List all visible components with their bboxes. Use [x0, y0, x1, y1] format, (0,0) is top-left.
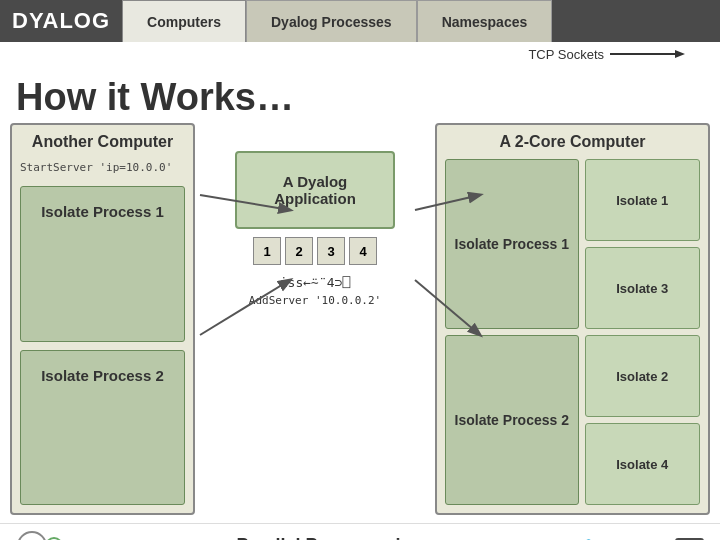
right-col-top: Isolate 1 Isolate 3 — [585, 159, 701, 329]
tab-dyalog-processes[interactable]: Dyalog Processes — [246, 0, 417, 42]
nav-tabs: Computers Dyalog Processes Namespaces — [122, 0, 720, 42]
header: DYALOG Computers Dyalog Processes Namesp… — [0, 0, 720, 42]
tab-computers[interactable]: Computers — [122, 0, 246, 42]
right-top-row: Isolate Process 1 Isolate 1 Isolate 3 — [445, 159, 700, 329]
right-process-2: Isolate Process 2 — [445, 335, 579, 505]
logo-area: DYALOG — [0, 0, 122, 42]
isolate-2: Isolate 2 — [585, 335, 701, 417]
twitter-icon: 🐦 — [583, 536, 603, 540]
isolate-4: Isolate 4 — [585, 423, 701, 505]
content-area: Another Computer StartServer 'ip=10.0.0'… — [0, 123, 720, 523]
left-panel-code: StartServer 'ip=10.0.0' — [20, 161, 185, 174]
dyalog-app-box: A Dyalog Application — [235, 151, 395, 229]
footer-right: 🐦 #dyalog14 APL — [583, 536, 704, 540]
num-4: 4 — [349, 237, 377, 265]
left-process-1: Isolate Process 1 — [20, 186, 185, 342]
isolate-3: Isolate 3 — [585, 247, 701, 329]
svg-marker-1 — [675, 50, 685, 58]
left-panel-title: Another Computer — [20, 133, 185, 151]
tcp-arrow — [610, 46, 690, 62]
num-1: 1 — [253, 237, 281, 265]
right-panel: A 2-Core Computer Isolate Process 1 Isol… — [435, 123, 710, 515]
right-process-1: Isolate Process 1 — [445, 159, 579, 329]
page-title: How it Works… — [0, 70, 720, 123]
svg-point-2 — [18, 532, 46, 541]
logo: DYALOG — [12, 8, 110, 34]
code-line-1: iss←⍨¨4⊃⎕ — [249, 273, 381, 293]
num-2: 2 — [285, 237, 313, 265]
right-panel-title: A 2-Core Computer — [445, 133, 700, 151]
tcp-label: TCP Sockets — [528, 47, 604, 62]
right-col-bottom: Isolate 2 Isolate 4 — [585, 335, 701, 505]
footer-center-label: Parallel Programming — [237, 535, 423, 540]
number-row: 1 2 3 4 — [253, 237, 377, 265]
left-panel: Another Computer StartServer 'ip=10.0.0'… — [10, 123, 195, 515]
footer: Parallel Programming 🐦 #dyalog14 APL — [0, 523, 720, 540]
tab-namespaces[interactable]: Namespaces — [417, 0, 553, 42]
footer-logo — [16, 530, 76, 541]
right-bottom-row: Isolate Process 2 Isolate 2 Isolate 4 — [445, 335, 700, 505]
center-panel: A Dyalog Application 1 2 3 4 iss←⍨¨4⊃⎕ A… — [205, 123, 425, 515]
left-process-2: Isolate Process 2 — [20, 350, 185, 506]
subheader: TCP Sockets — [0, 42, 720, 70]
code-line-2: AddServer '10.0.0.2' — [249, 293, 381, 310]
center-code: iss←⍨¨4⊃⎕ AddServer '10.0.0.2' — [249, 273, 381, 309]
isolate-1: Isolate 1 — [585, 159, 701, 241]
num-3: 3 — [317, 237, 345, 265]
